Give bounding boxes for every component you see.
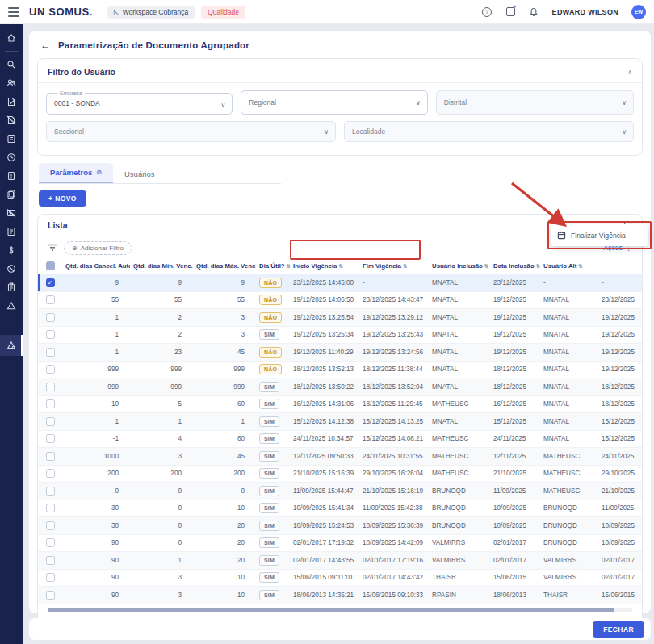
- row-checkbox[interactable]: [46, 313, 55, 322]
- cell: 20: [193, 517, 256, 535]
- sidebar-item-dollar[interactable]: [0, 241, 23, 259]
- row-checkbox[interactable]: [46, 504, 55, 512]
- column-header[interactable]: Dia Útil?⇅: [256, 258, 290, 274]
- sidebar-item-users[interactable]: [0, 74, 23, 92]
- column-header[interactable]: Data Inclusão⇅: [490, 258, 540, 274]
- row-checkbox[interactable]: [46, 521, 55, 530]
- column-header[interactable]: Início Vigência⇅: [290, 258, 359, 274]
- column-header[interactable]: Fim Vigência⇅: [359, 258, 429, 274]
- table-row[interactable]: 999999999NÃO18/12/2025 13:52:1318/12/202…: [38, 361, 642, 378]
- row-checkbox[interactable]: [46, 399, 55, 408]
- table-row[interactable]: 30020SIM10/09/2025 15:24:5310/09/2025 15…: [38, 517, 642, 535]
- table-row[interactable]: 90310SIM15/06/2015 09:11:0102/01/2017 14…: [38, 569, 642, 587]
- distrital-select[interactable]: Distrital ∨: [436, 90, 634, 115]
- sidebar-item-home[interactable]: [0, 29, 23, 47]
- row-checkbox[interactable]: [46, 417, 55, 426]
- sidebar-item-file-edit[interactable]: [0, 93, 23, 111]
- filter-funnel-icon[interactable]: [48, 240, 57, 255]
- table-row[interactable]: 90310SIM18/06/2013 14:35:2115/06/2015 09…: [38, 587, 642, 604]
- row-checkbox[interactable]: [46, 469, 55, 478]
- dia-util-badge: NÃO: [259, 347, 282, 358]
- cell: 20: [193, 552, 256, 570]
- avatar[interactable]: EW: [631, 5, 646, 19]
- sidebar-item-triangle-gear[interactable]: [0, 335, 23, 356]
- back-button[interactable]: ←: [40, 40, 50, 51]
- scrollbar-thumb[interactable]: [48, 608, 614, 612]
- column-header[interactable]: Qtd. dias Máx. Venc.⇅: [193, 258, 256, 274]
- bell-icon[interactable]: [529, 6, 539, 17]
- table-row[interactable]: 123SIM19/12/2025 13:25:3419/12/2025 13:2…: [38, 326, 642, 344]
- row-checkbox[interactable]: [46, 348, 55, 357]
- row-checkbox[interactable]: [46, 556, 55, 565]
- cell: 19/12/2025 13:24:56: [359, 344, 429, 362]
- row-checkbox[interactable]: [46, 452, 55, 461]
- add-filter-button[interactable]: ⊕ Adicionar Filtro: [64, 241, 132, 255]
- menu-icon[interactable]: [8, 7, 19, 17]
- table-row[interactable]: 200200200SIM21/10/2025 15:16:3929/10/202…: [38, 465, 642, 483]
- cell: 19/12/2025: [598, 309, 642, 327]
- sidebar-item-doc-alert[interactable]: [0, 167, 23, 185]
- empresa-select[interactable]: Empresa 0001 - SONDA ∨: [46, 90, 233, 115]
- user-name: EDWARD WILSON: [552, 8, 618, 16]
- cell: 21/10/2025 15:16:19: [359, 483, 429, 500]
- row-checkbox[interactable]: [46, 365, 55, 374]
- cell: 02/01/2017: [598, 552, 642, 570]
- cell: 15/12/2025 14:08:21: [359, 430, 429, 448]
- table-row[interactable]: 555555NÃO19/12/2025 14:06:5023/12/2025 1…: [38, 291, 642, 309]
- workspace-badge[interactable]: ◺ Workspace Cobrança: [107, 6, 195, 19]
- table-row[interactable]: -10560SIM16/12/2025 14:31:0618/12/2025 1…: [38, 395, 642, 413]
- sidebar-item-image-off[interactable]: [0, 204, 23, 222]
- sidebar-item-file-slash[interactable]: [0, 111, 23, 129]
- row-checkbox[interactable]: [46, 591, 55, 600]
- sidebar-item-search[interactable]: [0, 56, 23, 73]
- collapse-icon[interactable]: ∧: [627, 69, 632, 76]
- sidebar-item-form[interactable]: [0, 130, 23, 148]
- sidebar-item-triangle[interactable]: [0, 297, 23, 315]
- table-row[interactable]: 1000345SIM12/11/2025 09:50:3324/11/2025 …: [38, 448, 642, 466]
- tab-usuarios[interactable]: Usuários: [113, 165, 166, 183]
- cell: 02/01/2017: [490, 534, 540, 552]
- column-header[interactable]: Qtd. dias Mín. Venc.⇅: [130, 258, 193, 274]
- sidebar-item-history[interactable]: [0, 148, 23, 166]
- row-checkbox[interactable]: [46, 295, 55, 304]
- help-icon[interactable]: ?: [482, 6, 493, 17]
- cell: 10/09/2025 15:24:53: [290, 517, 359, 535]
- row-checkbox[interactable]: [46, 383, 55, 391]
- row-checkbox[interactable]: [46, 573, 55, 582]
- finalizar-vigencia-menu-item[interactable]: Finalizar Vigência: [551, 224, 648, 246]
- cell: THAISR: [540, 587, 598, 604]
- table-row[interactable]: 90120SIM02/01/2017 14:43:5502/01/2017 17…: [38, 552, 642, 570]
- row-checkbox[interactable]: [46, 538, 55, 547]
- row-checkbox[interactable]: ✓: [46, 278, 55, 287]
- column-header[interactable]: Usuário Alt⇅: [540, 258, 598, 274]
- column-header[interactable]: Qtd. dias Cancel. Auto.⇅: [62, 258, 130, 274]
- table-row[interactable]: 30010SIM10/09/2025 15:41:3411/09/2025 15…: [38, 500, 642, 517]
- table-row[interactable]: 999999999SIM18/12/2025 13:50:2218/12/202…: [38, 378, 642, 396]
- sidebar-item-doc-lines[interactable]: [0, 223, 23, 240]
- row-checkbox[interactable]: [46, 487, 55, 496]
- table-row[interactable]: 90020SIM02/01/2017 17:19:3210/09/2025 14…: [38, 534, 642, 552]
- compose-icon[interactable]: [505, 6, 516, 17]
- localidade-select[interactable]: Localidade ∨: [344, 121, 634, 142]
- column-header[interactable]: Usuário Inclusão⇅: [429, 258, 490, 274]
- novo-button[interactable]: + NOVO: [39, 190, 86, 207]
- select-all-checkbox[interactable]: [46, 261, 55, 270]
- table-row[interactable]: 123NÃO19/12/2025 13:25:5419/12/2025 13:2…: [38, 309, 642, 327]
- tab-parametros[interactable]: Parâmetros ⊘: [39, 163, 113, 183]
- table-row[interactable]: 111SIM15/12/2025 14:12:3815/12/2025 14:1…: [38, 413, 642, 431]
- row-checkbox[interactable]: [46, 434, 55, 443]
- sidebar-item-clipboard[interactable]: [0, 186, 23, 203]
- sidebar-item-clipboard-list[interactable]: [0, 278, 23, 296]
- seccional-select[interactable]: Seccional ∨: [46, 121, 336, 142]
- table-row[interactable]: -1460SIM24/11/2025 10:34:5715/12/2025 14…: [38, 430, 642, 448]
- regional-select[interactable]: Regional ∨: [241, 90, 427, 115]
- table-row[interactable]: ✓999NÃO23/12/2025 14:45:00-MNATAL23/12/2…: [38, 274, 642, 292]
- tab-settings-icon: ⊘: [96, 169, 102, 176]
- dia-util-badge: SIM: [259, 468, 279, 479]
- table-row[interactable]: 000SIM11/09/2025 15:44:4721/10/2025 15:1…: [38, 483, 642, 500]
- dia-util-badge: SIM: [259, 572, 279, 583]
- fechar-button[interactable]: FECHAR: [593, 621, 644, 638]
- row-checkbox[interactable]: [46, 330, 55, 339]
- sidebar-item-block[interactable]: [0, 260, 23, 278]
- table-row[interactable]: 12345NÃO19/12/2025 11:40:2919/12/2025 13…: [38, 344, 642, 362]
